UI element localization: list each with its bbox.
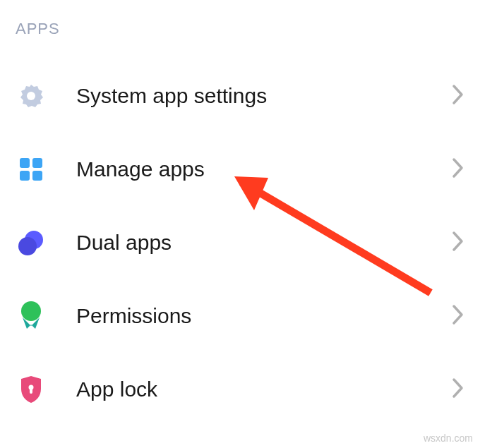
- menu-item-label: System app settings: [47, 84, 452, 108]
- svg-rect-3: [20, 171, 30, 181]
- chevron-right-icon: [452, 377, 464, 401]
- apps-menu-list: System app settings Manage apps Dual: [0, 38, 480, 426]
- menu-item-label: Permissions: [47, 304, 452, 328]
- grid-icon: [16, 154, 47, 185]
- svg-rect-2: [32, 158, 42, 168]
- chevron-right-icon: [452, 304, 464, 328]
- menu-item-label: App lock: [47, 377, 452, 401]
- svg-rect-9: [30, 388, 32, 394]
- section-header: APPS: [0, 0, 480, 38]
- chevron-right-icon: [452, 157, 464, 181]
- menu-item-manage-apps[interactable]: Manage apps: [0, 133, 480, 206]
- svg-rect-1: [20, 158, 30, 168]
- permissions-badge-icon: [16, 301, 47, 332]
- svg-rect-4: [32, 171, 42, 181]
- chevron-right-icon: [452, 231, 464, 255]
- svg-point-6: [18, 237, 37, 255]
- menu-item-system-app-settings[interactable]: System app settings: [0, 59, 480, 133]
- dual-circles-icon: [16, 227, 47, 258]
- svg-point-0: [27, 92, 35, 100]
- menu-item-label: Manage apps: [47, 157, 452, 181]
- svg-point-7: [21, 301, 41, 321]
- menu-item-permissions[interactable]: Permissions: [0, 279, 480, 353]
- menu-item-dual-apps[interactable]: Dual apps: [0, 206, 480, 279]
- shield-lock-icon: [16, 374, 47, 405]
- watermark: wsxdn.com: [424, 432, 473, 444]
- gear-icon: [16, 80, 47, 111]
- menu-item-label: Dual apps: [47, 231, 452, 255]
- chevron-right-icon: [452, 84, 464, 108]
- menu-item-app-lock[interactable]: App lock: [0, 353, 480, 426]
